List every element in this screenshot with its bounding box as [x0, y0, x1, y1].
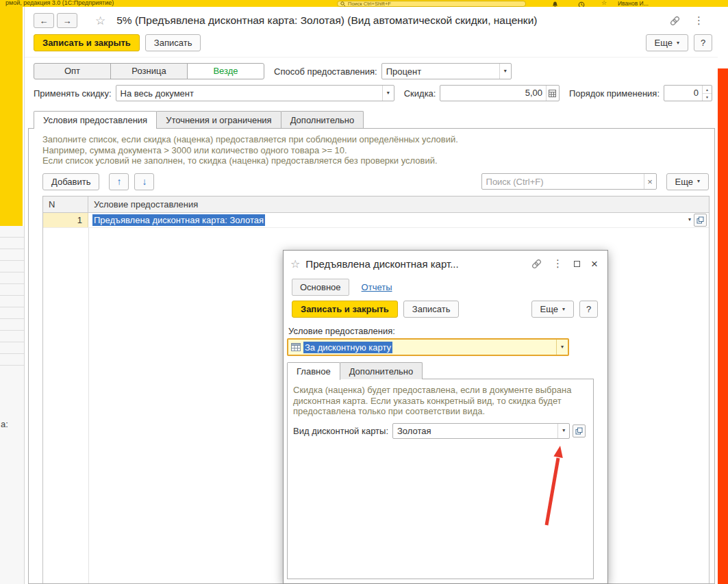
more-menu-icon[interactable]: ⋮ — [694, 14, 704, 27]
card-kind-value: Золотая — [393, 426, 557, 436]
selected-condition-text: Предъявлена дисконтная карта: Золотая — [92, 214, 265, 226]
list-item — [0, 249, 24, 261]
chevron-down-icon: ▾ — [697, 179, 700, 184]
column-header-condition: Условие предоставления — [88, 196, 709, 212]
app-title: рмой, редакция 3.0 (1С:Предприятие) — [5, 0, 114, 6]
list-item — [0, 342, 24, 354]
conditions-search-input[interactable] — [482, 174, 644, 189]
sections-panel-strip — [0, 7, 23, 226]
table-row[interactable]: 1 Предъявлена дисконтная карта: Золотая … — [43, 213, 709, 228]
maximize-icon[interactable] — [574, 261, 580, 267]
dialog-title: Предъявлена дисконтная карт... — [305, 258, 458, 270]
spinner[interactable]: ▴▾ — [702, 86, 712, 101]
tab-main[interactable]: Главное — [287, 362, 340, 380]
method-label: Способ предоставления: — [274, 66, 377, 77]
apply-label: Применять скидку: — [34, 88, 112, 99]
clear-search-icon[interactable]: × — [644, 174, 656, 189]
dialog-save-close-button[interactable]: Записать и закрыть — [292, 301, 398, 318]
app-titlebar: рмой, редакция 3.0 (1С:Предприятие) Поис… — [0, 0, 728, 7]
discount-value: 5,00 — [440, 86, 546, 101]
dropdown-button[interactable]: ▾ — [382, 86, 394, 101]
move-up-button[interactable]: ↑ — [109, 173, 129, 190]
notifications-bell-icon[interactable] — [552, 0, 558, 7]
scope-segmented-control: Опт Розница Везде — [34, 63, 264, 79]
help-button[interactable]: ? — [694, 34, 712, 51]
favorite-star-icon[interactable]: ☆ — [95, 14, 105, 28]
tab-conditions[interactable]: Условия предоставления — [34, 111, 157, 129]
close-icon[interactable]: × — [591, 258, 598, 270]
column-header-n: N — [43, 196, 88, 212]
tab-additional[interactable]: Дополнительно — [340, 362, 423, 379]
tab-clarifications[interactable]: Уточнения и ограничения — [156, 111, 281, 128]
more-menu-icon[interactable]: ⋮ — [553, 257, 563, 270]
get-link-icon[interactable] — [531, 259, 542, 269]
chevron-down-icon: ▾ — [561, 344, 564, 350]
move-down-button[interactable]: ↓ — [134, 173, 154, 190]
favorite-star-icon[interactable]: ☆ — [290, 257, 300, 270]
arrow-right-icon: → — [63, 16, 72, 26]
dialog-more-button[interactable]: Еще▾ — [531, 301, 574, 318]
nav-main[interactable]: Основное — [292, 279, 349, 296]
hint-line: Если список условий не заполнен, то скид… — [42, 155, 707, 166]
global-search-placeholder: Поиск Ctrl+Shift+F — [348, 1, 391, 7]
segment-opt[interactable]: Опт — [34, 63, 111, 79]
save-button[interactable]: Записать — [145, 34, 201, 51]
dialog-more-label: Еще — [540, 304, 558, 314]
calculator-icon[interactable] — [546, 86, 559, 101]
chevron-down-icon: ▾ — [387, 90, 390, 96]
apply-combobox[interactable]: На весь документ ▾ — [116, 85, 394, 101]
dropdown-button[interactable]: ▾ — [556, 340, 568, 355]
chevron-down-icon: ▾ — [562, 428, 565, 433]
background-list-fragment: а: — [0, 226, 24, 584]
arrow-down-icon: ↓ — [142, 177, 147, 186]
arrow-up-icon: ↑ — [116, 177, 121, 186]
segment-vezde[interactable]: Везде — [187, 63, 264, 79]
order-value: 0 — [664, 86, 702, 101]
dialog-save-button[interactable]: Записать — [403, 301, 460, 318]
discount-field[interactable]: 5,00 — [440, 85, 560, 101]
more-button[interactable]: Еще▾ — [646, 34, 688, 51]
favorites-star-icon[interactable]: ☆ — [601, 0, 607, 6]
right-edge-strip — [718, 68, 728, 584]
tab-additional[interactable]: Дополнительно — [281, 111, 364, 128]
dialog-hint: Скидка (наценка) будет предоставлена, ес… — [288, 379, 593, 417]
spinner-up-icon[interactable]: ▴ — [703, 86, 712, 94]
list-item — [0, 307, 24, 319]
order-label: Порядок применения: — [569, 88, 660, 99]
cell-dropdown-icon[interactable]: ▾ — [688, 217, 691, 223]
global-search-input[interactable]: Поиск Ctrl+Shift+F — [337, 1, 526, 7]
add-button[interactable]: Добавить — [42, 173, 99, 190]
conditions-hint: Заполните список, если скидка (наценка) … — [29, 129, 714, 166]
column-separator — [88, 228, 89, 584]
card-kind-combobox[interactable]: Золотая ▾ — [392, 423, 570, 439]
back-button[interactable]: ← — [34, 13, 54, 28]
forward-button[interactable]: → — [57, 13, 77, 28]
order-field[interactable]: 0 ▴▾ — [664, 85, 712, 101]
list-item — [0, 272, 24, 284]
card-kind-dropdown-button[interactable]: ▾ — [557, 424, 569, 438]
card-kind-row: Вид дисконтной карты: Золотая ▾ — [293, 423, 588, 439]
dialog-header: ☆ Предъявлена дисконтная карт... ⋮ × — [284, 251, 607, 277]
hint-line: Заполните список, если скидка (наценка) … — [42, 134, 707, 145]
conditions-toolbar: Добавить ↑ ↓ × Еще▾ — [42, 173, 709, 190]
save-close-button[interactable]: Записать и закрыть — [34, 34, 140, 51]
get-link-icon[interactable] — [670, 16, 680, 26]
list-more-button[interactable]: Еще▾ — [666, 173, 709, 190]
form-tabs: Условия предоставления Уточнения и огран… — [25, 111, 718, 128]
nav-reports-link[interactable]: Отчеты — [362, 282, 392, 292]
open-card-kind-button[interactable] — [573, 424, 586, 437]
open-condition-button[interactable] — [694, 214, 707, 227]
condition-kind-field[interactable]: За дисконтную карту ▾ — [287, 338, 569, 356]
form-command-bar: Записать и закрыть Записать Еще▾ ? — [25, 31, 718, 58]
table-icon — [291, 343, 301, 351]
segment-roznitsa[interactable]: Розница — [110, 63, 188, 79]
dropdown-button[interactable]: ▾ — [499, 64, 511, 79]
dialog-nav: Основное Отчеты — [284, 277, 607, 297]
row-condition-cell[interactable]: Предъявлена дисконтная карта: Золотая ▾ — [88, 213, 709, 227]
history-clock-icon[interactable] — [578, 0, 585, 7]
method-combobox[interactable]: Процент ▾ — [381, 63, 512, 79]
condition-dialog: ☆ Предъявлена дисконтная карт... ⋮ × Осн… — [283, 250, 608, 584]
list-item — [0, 284, 24, 296]
spinner-down-icon[interactable]: ▾ — [703, 94, 712, 101]
dialog-help-button[interactable]: ? — [579, 301, 598, 318]
